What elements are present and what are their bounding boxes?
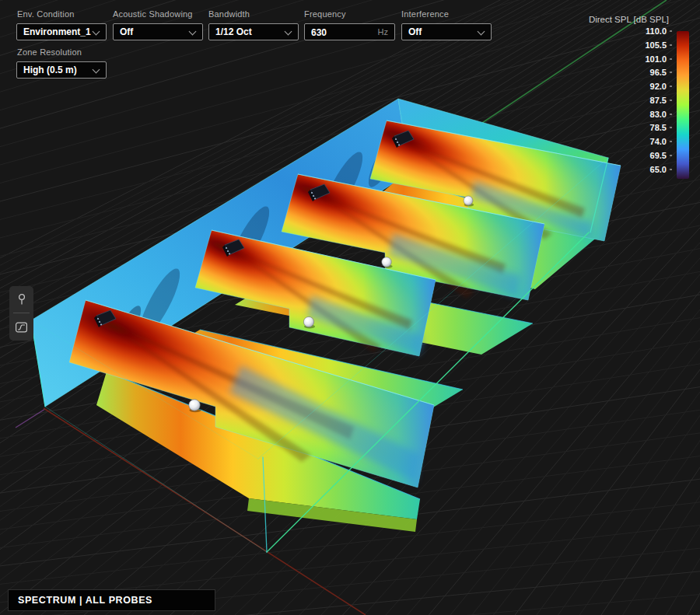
- legend-tick: 65.0: [640, 163, 672, 176]
- interference-value: Off: [408, 26, 422, 37]
- probe-pin-icon: [16, 293, 27, 306]
- legend-color-bar: [677, 31, 689, 179]
- frequency-input[interactable]: [305, 24, 380, 41]
- frequency-field[interactable]: Hz: [304, 23, 395, 40]
- env-condition-select[interactable]: Environment_1: [16, 23, 107, 40]
- legend-tick: 101.0: [640, 53, 672, 65]
- legend-title: Direct SPL [dB SPL]: [589, 15, 669, 24]
- interference-label: Interference: [401, 9, 449, 19]
- bandwidth-select[interactable]: 1/12 Oct: [208, 23, 299, 40]
- spectrum-panel-header[interactable]: SPECTRUM | ALL PROBES: [8, 589, 215, 611]
- zone-resolution-select[interactable]: High (0.5 m): [16, 61, 107, 79]
- env-condition-label: Env. Condition: [17, 9, 75, 19]
- legend-tick: 69.5: [640, 149, 672, 162]
- frequency-label: Frequency: [304, 9, 346, 19]
- bandwidth-value: 1/12 Oct: [215, 26, 252, 37]
- env-condition-value: Environment_1: [23, 26, 91, 37]
- legend-tick: 74.0: [640, 135, 672, 148]
- legend-tick: 105.5: [640, 39, 672, 51]
- interference-select[interactable]: Off: [401, 23, 492, 40]
- app-window: Env. Condition Environment_1 Acoustic Sh…: [0, 0, 700, 615]
- legend-tick: 96.5: [640, 66, 672, 79]
- toolbar-divider: [13, 313, 30, 313]
- acoustic-shadowing-label: Acoustic Shadowing: [113, 9, 193, 19]
- zone-resolution-value: High (0.5 m): [23, 65, 77, 75]
- chevron-down-icon: [285, 28, 292, 36]
- legend-tick: 110.0: [640, 25, 672, 37]
- probe-tool-button[interactable]: [9, 287, 33, 312]
- chevron-down-icon: [93, 66, 100, 74]
- legend-tick: 83.0: [640, 108, 672, 121]
- spectrum-tool-button[interactable]: [9, 315, 33, 340]
- acoustic-shadowing-value: Off: [120, 26, 133, 37]
- chevron-down-icon: [478, 28, 485, 36]
- viewport-3d[interactable]: [0, 0, 700, 615]
- acoustic-shadowing-select[interactable]: Off: [113, 23, 203, 40]
- chevron-down-icon: [93, 28, 100, 36]
- bandwidth-label: Bandwidth: [208, 9, 250, 19]
- legend-tick: 87.5: [640, 94, 672, 107]
- chevron-down-icon: [189, 28, 197, 36]
- side-toolbar: [9, 286, 33, 341]
- zone-resolution-label: Zone Resolution: [17, 47, 82, 57]
- legend-tick: 92.0: [640, 80, 672, 93]
- spectrum-curve-icon: [15, 321, 28, 334]
- legend-tick: 78.5: [640, 121, 672, 134]
- frequency-unit: Hz: [378, 24, 388, 40]
